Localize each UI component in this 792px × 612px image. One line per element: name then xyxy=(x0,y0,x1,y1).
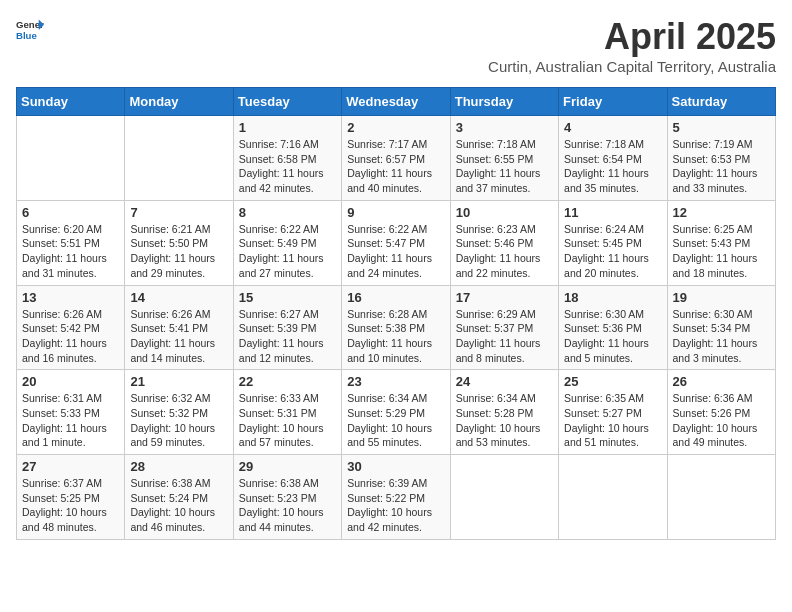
calendar-subtitle: Curtin, Australian Capital Territory, Au… xyxy=(488,58,776,75)
day-cell xyxy=(450,455,558,540)
day-cell: 13Sunrise: 6:26 AM Sunset: 5:42 PM Dayli… xyxy=(17,285,125,370)
day-info: Sunrise: 6:29 AM Sunset: 5:37 PM Dayligh… xyxy=(456,307,553,366)
week-row-3: 13Sunrise: 6:26 AM Sunset: 5:42 PM Dayli… xyxy=(17,285,776,370)
day-number: 5 xyxy=(673,120,770,135)
week-row-4: 20Sunrise: 6:31 AM Sunset: 5:33 PM Dayli… xyxy=(17,370,776,455)
day-number: 1 xyxy=(239,120,336,135)
svg-text:Blue: Blue xyxy=(16,30,37,41)
day-info: Sunrise: 6:35 AM Sunset: 5:27 PM Dayligh… xyxy=(564,391,661,450)
day-info: Sunrise: 7:18 AM Sunset: 6:55 PM Dayligh… xyxy=(456,137,553,196)
week-row-2: 6Sunrise: 6:20 AM Sunset: 5:51 PM Daylig… xyxy=(17,200,776,285)
day-number: 22 xyxy=(239,374,336,389)
day-cell: 23Sunrise: 6:34 AM Sunset: 5:29 PM Dayli… xyxy=(342,370,450,455)
day-number: 23 xyxy=(347,374,444,389)
col-tuesday: Tuesday xyxy=(233,88,341,116)
day-info: Sunrise: 6:21 AM Sunset: 5:50 PM Dayligh… xyxy=(130,222,227,281)
day-info: Sunrise: 6:28 AM Sunset: 5:38 PM Dayligh… xyxy=(347,307,444,366)
day-info: Sunrise: 6:34 AM Sunset: 5:28 PM Dayligh… xyxy=(456,391,553,450)
day-cell: 5Sunrise: 7:19 AM Sunset: 6:53 PM Daylig… xyxy=(667,116,775,201)
day-info: Sunrise: 6:31 AM Sunset: 5:33 PM Dayligh… xyxy=(22,391,119,450)
day-number: 27 xyxy=(22,459,119,474)
day-number: 18 xyxy=(564,290,661,305)
day-info: Sunrise: 7:19 AM Sunset: 6:53 PM Dayligh… xyxy=(673,137,770,196)
col-sunday: Sunday xyxy=(17,88,125,116)
day-number: 21 xyxy=(130,374,227,389)
day-info: Sunrise: 6:25 AM Sunset: 5:43 PM Dayligh… xyxy=(673,222,770,281)
day-number: 19 xyxy=(673,290,770,305)
page-header: General Blue April 2025 Curtin, Australi… xyxy=(16,16,776,75)
day-cell: 7Sunrise: 6:21 AM Sunset: 5:50 PM Daylig… xyxy=(125,200,233,285)
day-number: 8 xyxy=(239,205,336,220)
day-cell: 25Sunrise: 6:35 AM Sunset: 5:27 PM Dayli… xyxy=(559,370,667,455)
day-info: Sunrise: 7:16 AM Sunset: 6:58 PM Dayligh… xyxy=(239,137,336,196)
day-cell xyxy=(559,455,667,540)
day-cell: 27Sunrise: 6:37 AM Sunset: 5:25 PM Dayli… xyxy=(17,455,125,540)
day-number: 26 xyxy=(673,374,770,389)
logo: General Blue xyxy=(16,16,44,44)
day-cell: 20Sunrise: 6:31 AM Sunset: 5:33 PM Dayli… xyxy=(17,370,125,455)
day-info: Sunrise: 6:24 AM Sunset: 5:45 PM Dayligh… xyxy=(564,222,661,281)
day-cell: 8Sunrise: 6:22 AM Sunset: 5:49 PM Daylig… xyxy=(233,200,341,285)
day-info: Sunrise: 6:39 AM Sunset: 5:22 PM Dayligh… xyxy=(347,476,444,535)
day-cell: 29Sunrise: 6:38 AM Sunset: 5:23 PM Dayli… xyxy=(233,455,341,540)
day-number: 7 xyxy=(130,205,227,220)
day-number: 6 xyxy=(22,205,119,220)
day-info: Sunrise: 6:27 AM Sunset: 5:39 PM Dayligh… xyxy=(239,307,336,366)
day-cell xyxy=(125,116,233,201)
col-wednesday: Wednesday xyxy=(342,88,450,116)
day-cell: 19Sunrise: 6:30 AM Sunset: 5:34 PM Dayli… xyxy=(667,285,775,370)
day-info: Sunrise: 6:38 AM Sunset: 5:23 PM Dayligh… xyxy=(239,476,336,535)
day-cell xyxy=(17,116,125,201)
day-number: 13 xyxy=(22,290,119,305)
day-cell: 24Sunrise: 6:34 AM Sunset: 5:28 PM Dayli… xyxy=(450,370,558,455)
day-info: Sunrise: 6:22 AM Sunset: 5:49 PM Dayligh… xyxy=(239,222,336,281)
day-info: Sunrise: 6:38 AM Sunset: 5:24 PM Dayligh… xyxy=(130,476,227,535)
day-info: Sunrise: 6:23 AM Sunset: 5:46 PM Dayligh… xyxy=(456,222,553,281)
day-number: 17 xyxy=(456,290,553,305)
day-info: Sunrise: 6:32 AM Sunset: 5:32 PM Dayligh… xyxy=(130,391,227,450)
day-cell: 3Sunrise: 7:18 AM Sunset: 6:55 PM Daylig… xyxy=(450,116,558,201)
day-number: 24 xyxy=(456,374,553,389)
day-info: Sunrise: 6:36 AM Sunset: 5:26 PM Dayligh… xyxy=(673,391,770,450)
col-thursday: Thursday xyxy=(450,88,558,116)
col-saturday: Saturday xyxy=(667,88,775,116)
day-info: Sunrise: 6:37 AM Sunset: 5:25 PM Dayligh… xyxy=(22,476,119,535)
day-info: Sunrise: 6:33 AM Sunset: 5:31 PM Dayligh… xyxy=(239,391,336,450)
day-info: Sunrise: 6:34 AM Sunset: 5:29 PM Dayligh… xyxy=(347,391,444,450)
day-number: 16 xyxy=(347,290,444,305)
day-cell: 15Sunrise: 6:27 AM Sunset: 5:39 PM Dayli… xyxy=(233,285,341,370)
day-cell: 18Sunrise: 6:30 AM Sunset: 5:36 PM Dayli… xyxy=(559,285,667,370)
day-number: 4 xyxy=(564,120,661,135)
day-cell: 6Sunrise: 6:20 AM Sunset: 5:51 PM Daylig… xyxy=(17,200,125,285)
day-info: Sunrise: 6:26 AM Sunset: 5:41 PM Dayligh… xyxy=(130,307,227,366)
title-block: April 2025 Curtin, Australian Capital Te… xyxy=(488,16,776,75)
day-number: 29 xyxy=(239,459,336,474)
day-cell: 2Sunrise: 7:17 AM Sunset: 6:57 PM Daylig… xyxy=(342,116,450,201)
day-number: 14 xyxy=(130,290,227,305)
day-cell: 17Sunrise: 6:29 AM Sunset: 5:37 PM Dayli… xyxy=(450,285,558,370)
calendar-title: April 2025 xyxy=(488,16,776,58)
day-cell: 1Sunrise: 7:16 AM Sunset: 6:58 PM Daylig… xyxy=(233,116,341,201)
day-info: Sunrise: 7:18 AM Sunset: 6:54 PM Dayligh… xyxy=(564,137,661,196)
week-row-5: 27Sunrise: 6:37 AM Sunset: 5:25 PM Dayli… xyxy=(17,455,776,540)
day-number: 2 xyxy=(347,120,444,135)
day-number: 25 xyxy=(564,374,661,389)
day-cell: 14Sunrise: 6:26 AM Sunset: 5:41 PM Dayli… xyxy=(125,285,233,370)
col-monday: Monday xyxy=(125,88,233,116)
logo-icon: General Blue xyxy=(16,16,44,44)
col-friday: Friday xyxy=(559,88,667,116)
day-info: Sunrise: 7:17 AM Sunset: 6:57 PM Dayligh… xyxy=(347,137,444,196)
day-cell: 26Sunrise: 6:36 AM Sunset: 5:26 PM Dayli… xyxy=(667,370,775,455)
day-cell: 11Sunrise: 6:24 AM Sunset: 5:45 PM Dayli… xyxy=(559,200,667,285)
day-cell: 9Sunrise: 6:22 AM Sunset: 5:47 PM Daylig… xyxy=(342,200,450,285)
day-number: 30 xyxy=(347,459,444,474)
day-number: 11 xyxy=(564,205,661,220)
header-row: Sunday Monday Tuesday Wednesday Thursday… xyxy=(17,88,776,116)
day-cell: 21Sunrise: 6:32 AM Sunset: 5:32 PM Dayli… xyxy=(125,370,233,455)
day-number: 10 xyxy=(456,205,553,220)
day-cell: 28Sunrise: 6:38 AM Sunset: 5:24 PM Dayli… xyxy=(125,455,233,540)
day-info: Sunrise: 6:30 AM Sunset: 5:36 PM Dayligh… xyxy=(564,307,661,366)
day-info: Sunrise: 6:26 AM Sunset: 5:42 PM Dayligh… xyxy=(22,307,119,366)
day-cell: 22Sunrise: 6:33 AM Sunset: 5:31 PM Dayli… xyxy=(233,370,341,455)
day-cell: 10Sunrise: 6:23 AM Sunset: 5:46 PM Dayli… xyxy=(450,200,558,285)
